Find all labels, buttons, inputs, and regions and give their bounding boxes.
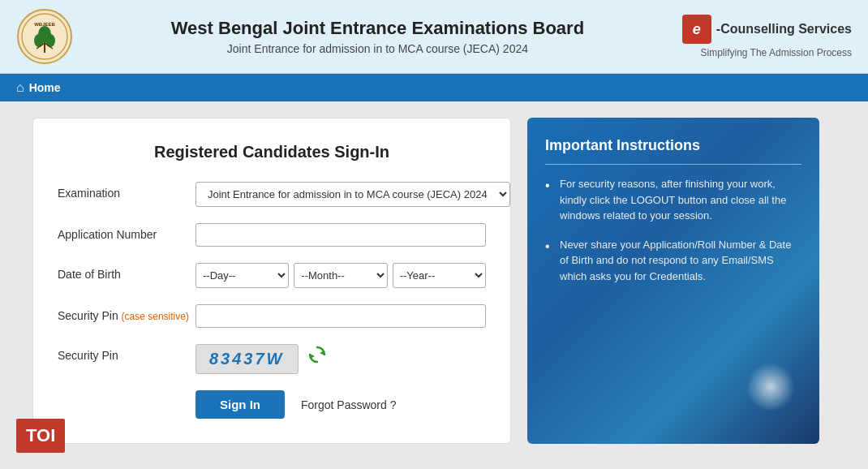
application-number-row: Application Number (58, 223, 486, 247)
action-row: Sign In Forgot Password ? (58, 390, 486, 419)
toi-badge: TOI (16, 419, 65, 453)
instruction-item-2: Never share your Application/Roll Number… (545, 237, 801, 285)
examination-label: Examination (58, 182, 196, 200)
security-pin-captcha: 83437W (196, 344, 299, 374)
instructions-title: Important Instructions (545, 137, 801, 154)
board-logo: WBJEEB (16, 8, 73, 65)
main-navbar: ⌂ Home (0, 74, 868, 101)
home-label: Home (29, 81, 61, 94)
dob-selects: --Day-- --Month-- --Year-- (196, 263, 486, 288)
home-nav-link[interactable]: ⌂ Home (16, 80, 61, 95)
page-header: WBJEEB West Bengal Joint Entrance Examin… (0, 0, 868, 74)
sign-in-button[interactable]: Sign In (196, 390, 285, 419)
dob-year-select[interactable]: --Year-- (393, 263, 486, 288)
security-pin-label: Security Pin (58, 344, 196, 362)
security-pin-input-label: Security Pin (case sensitive) (58, 304, 196, 322)
exam-subtitle: Joint Entrance for admission in to MCA c… (89, 42, 666, 55)
ecounselling-logo: e -Counselling Services (682, 15, 852, 44)
svg-marker-9 (320, 351, 324, 355)
board-name: West Bengal Joint Entrance Examinations … (89, 18, 666, 39)
ecounselling-tagline: Simplifying The Admission Process (700, 47, 852, 58)
e-icon: e (682, 15, 711, 44)
refresh-captcha-button[interactable] (307, 344, 328, 365)
instructions-list: For security reasons, after finishing yo… (545, 176, 801, 284)
dob-month-select[interactable]: --Month-- (294, 263, 387, 288)
svg-marker-10 (310, 354, 315, 359)
forgot-password-link[interactable]: Forgot Password ? (301, 398, 397, 411)
examination-select[interactable]: Joint Entrance for admission in to MCA c… (196, 182, 510, 207)
security-pin-input-row: Security Pin (case sensitive) (58, 304, 486, 328)
dob-day-select[interactable]: --Day-- (196, 263, 289, 288)
application-number-input[interactable] (196, 223, 486, 247)
ecounselling-name: -Counselling Services (716, 22, 852, 37)
ecounselling-branding: e -Counselling Services Simplifying The … (682, 15, 852, 58)
home-icon: ⌂ (16, 80, 24, 95)
header-title-block: West Bengal Joint Entrance Examinations … (89, 18, 666, 55)
signin-title: Registered Candidates Sign-In (58, 143, 486, 161)
dob-label: Date of Birth (58, 263, 196, 281)
main-content: Registered Candidates Sign-In Examinatio… (0, 101, 868, 460)
shine-decoration (746, 363, 795, 411)
examination-row: Examination Joint Entrance for admission… (58, 182, 486, 207)
security-pin-input[interactable] (196, 304, 486, 328)
signin-panel: Registered Candidates Sign-In Examinatio… (32, 118, 511, 444)
application-number-label: Application Number (58, 223, 196, 241)
security-pin-display-row: Security Pin 83437W (58, 344, 486, 374)
instructions-divider (545, 164, 801, 165)
case-sensitive-note: (case sensitive) (122, 311, 189, 322)
dob-row: Date of Birth --Day-- --Month-- --Year-- (58, 263, 486, 288)
instructions-panel: Important Instructions For security reas… (527, 118, 819, 444)
instruction-item-1: For security reasons, after finishing yo… (545, 176, 801, 224)
